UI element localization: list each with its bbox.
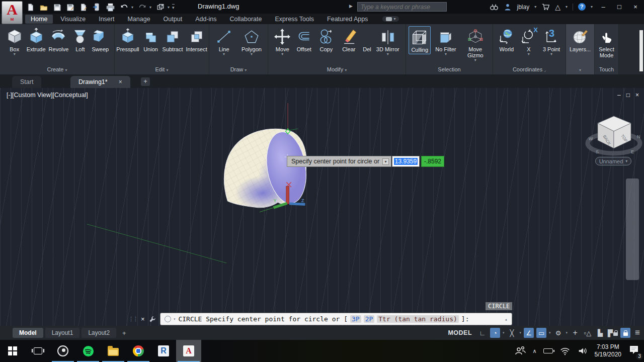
- drawing-viewport[interactable]: Y Z [-][Custom View][Conceptual] – □ × W…: [0, 88, 644, 326]
- taskbar-revit[interactable]: R: [151, 340, 176, 362]
- select-mode-button[interactable]: Select Mode: [596, 26, 618, 59]
- customization-menu-icon[interactable]: ≡: [635, 328, 640, 338]
- user-avatar-icon[interactable]: [504, 3, 512, 11]
- taskbar-autocad[interactable]: A: [176, 340, 201, 362]
- move-button[interactable]: Move ▾: [273, 26, 292, 57]
- panel-edit-footer[interactable]: Edit ▾: [115, 66, 209, 74]
- search-expand-icon[interactable]: ▶: [349, 4, 353, 9]
- mirror3d-button[interactable]: 3D Mirror ▾: [375, 26, 401, 57]
- window-maximize-button[interactable]: □: [614, 3, 625, 11]
- extrude-button[interactable]: Extrude: [25, 26, 47, 53]
- no-filter-button[interactable]: No Filter ▾: [434, 26, 458, 57]
- ui-lock-icon[interactable]: [620, 328, 630, 338]
- task-view-button[interactable]: [25, 340, 50, 362]
- taskbar-chrome[interactable]: [126, 340, 151, 362]
- intersect-button[interactable]: Intersect: [185, 26, 209, 53]
- panel-layers-footer[interactable]: ▾: [566, 66, 594, 74]
- object-snap-toggle-icon[interactable]: ▭: [536, 328, 546, 338]
- del-button[interactable]: Del: [361, 26, 373, 53]
- tooltip-dropdown-icon[interactable]: ▾: [382, 158, 389, 165]
- tray-expand-chevron-icon[interactable]: ∧: [533, 348, 537, 354]
- panel-create-footer[interactable]: Create ▾: [0, 66, 114, 74]
- viewcube[interactable]: W S E N BACK TOP: [585, 112, 643, 158]
- app-store-cart-icon[interactable]: [541, 3, 550, 11]
- user-menu-caret-icon[interactable]: ▾: [534, 5, 536, 9]
- share-document-icon[interactable]: [79, 3, 88, 12]
- undo-icon[interactable]: [120, 3, 129, 11]
- command-line-bar[interactable]: ⋮⋮ × ▾ CIRCLE Specify center point for c…: [128, 313, 512, 325]
- box-caret-icon[interactable]: ▾: [14, 52, 16, 56]
- selection-cycling-icon[interactable]: ▫△: [583, 328, 593, 338]
- save-icon[interactable]: [53, 3, 61, 12]
- move-gizmo-button[interactable]: Move Gizmo ▾: [461, 26, 490, 63]
- command-option-ttr[interactable]: Ttr (tan tan radius): [377, 315, 459, 323]
- workspace-blocks-icon[interactable]: ▙: [595, 328, 605, 338]
- new-drawing-tab-button[interactable]: +: [141, 77, 150, 86]
- autodesk-app-caret-icon[interactable]: ▾: [566, 5, 568, 9]
- polygon-button[interactable]: Polygon ▾: [240, 26, 263, 57]
- world-ucs-button[interactable]: World: [497, 26, 516, 53]
- redo-icon[interactable]: [138, 3, 147, 11]
- line-caret-icon[interactable]: ▾: [223, 52, 225, 56]
- window-minimize-button[interactable]: –: [598, 3, 609, 11]
- snap-caret-icon[interactable]: ▾: [503, 331, 505, 335]
- viewport-minimize-icon[interactable]: –: [617, 92, 621, 99]
- ribbon-tab-express-tools[interactable]: Express Tools: [269, 15, 319, 24]
- start-button[interactable]: [0, 340, 25, 362]
- panel-coordinates-footer[interactable]: Coordinates ⌟: [493, 66, 566, 74]
- recent-commands-caret-icon[interactable]: ▾: [174, 317, 176, 321]
- new-layout-button[interactable]: +: [118, 329, 130, 337]
- pan-icon[interactable]: [627, 201, 638, 212]
- ribbon-tab-manage[interactable]: Manage: [122, 15, 155, 24]
- navigation-wheel-icon[interactable]: [627, 182, 638, 193]
- workspace-switch-icon[interactable]: [156, 3, 165, 12]
- help-icon[interactable]: ?: [578, 3, 586, 11]
- showmotion-icon[interactable]: [627, 254, 638, 265]
- plot-printer-icon[interactable]: [106, 3, 115, 12]
- zoom-extents-icon[interactable]: [627, 215, 638, 226]
- help-caret-icon[interactable]: ▾: [591, 5, 593, 9]
- model-space-toggle[interactable]: MODEL: [448, 329, 472, 336]
- panel-draw-footer[interactable]: Draw ▾: [209, 66, 268, 74]
- presspull-button[interactable]: Presspull: [115, 26, 140, 53]
- qat-customize-icon[interactable]: ▾: [172, 4, 175, 10]
- subtract-button[interactable]: Subtract: [161, 26, 185, 53]
- workspace-caret-icon[interactable]: ▾: [168, 5, 170, 10]
- gear-caret-icon[interactable]: ▾: [566, 331, 568, 335]
- compass-north-label[interactable]: N: [637, 134, 640, 139]
- window-close-button[interactable]: ×: [630, 3, 641, 11]
- compass-east-label[interactable]: E: [631, 149, 634, 154]
- action-center-button[interactable]: 3: [628, 344, 640, 358]
- layout-tab-layout2[interactable]: Layout2: [82, 328, 116, 338]
- ribbon-tab-insert[interactable]: Insert: [93, 15, 120, 24]
- ribbon-tab-output[interactable]: Output: [158, 15, 188, 24]
- snap-mode-toggle-icon[interactable]: ◔: [490, 328, 500, 338]
- people-icon[interactable]: [514, 345, 526, 357]
- compass-south-label[interactable]: S: [596, 149, 599, 154]
- revolve-button[interactable]: Revolve: [47, 26, 70, 53]
- search-binoculars-icon[interactable]: [490, 3, 499, 12]
- panel-modify-footer[interactable]: Modify ▾: [268, 66, 406, 74]
- sweep-button[interactable]: Sweep: [90, 26, 110, 53]
- polygon-caret-icon[interactable]: ▾: [251, 52, 253, 56]
- open-file-icon[interactable]: [39, 3, 48, 12]
- isodraft-toggle-icon[interactable]: ╳: [507, 328, 517, 338]
- new-file-icon[interactable]: [26, 3, 35, 12]
- signed-in-user[interactable]: jblay: [517, 4, 529, 11]
- file-tab-drawing1[interactable]: Drawing1* ×: [70, 76, 130, 88]
- command-drag-handle[interactable]: ⋮⋮: [128, 316, 137, 322]
- ucs-x-caret-icon[interactable]: ▾: [528, 52, 530, 56]
- recent-commands-icon[interactable]: [165, 316, 171, 322]
- ribbon-tab-home[interactable]: Home: [25, 15, 53, 24]
- help-search-input[interactable]: [357, 2, 447, 12]
- mirror3d-caret-icon[interactable]: ▾: [387, 52, 389, 56]
- settings-gear-icon[interactable]: ⚙: [553, 328, 564, 338]
- clear-button[interactable]: Clear: [338, 26, 359, 53]
- polar-tracking-toggle-icon[interactable]: ∠: [524, 328, 534, 338]
- save-as-icon[interactable]: [66, 3, 74, 12]
- loft-button[interactable]: Loft: [70, 26, 90, 53]
- box-button[interactable]: Box ▾: [4, 26, 25, 57]
- autocad-app-menu-button[interactable]: A M: [2, 1, 23, 24]
- no-filter-caret-icon[interactable]: ▾: [445, 52, 447, 56]
- ribbon-tab-collaborate[interactable]: Collaborate: [224, 15, 268, 24]
